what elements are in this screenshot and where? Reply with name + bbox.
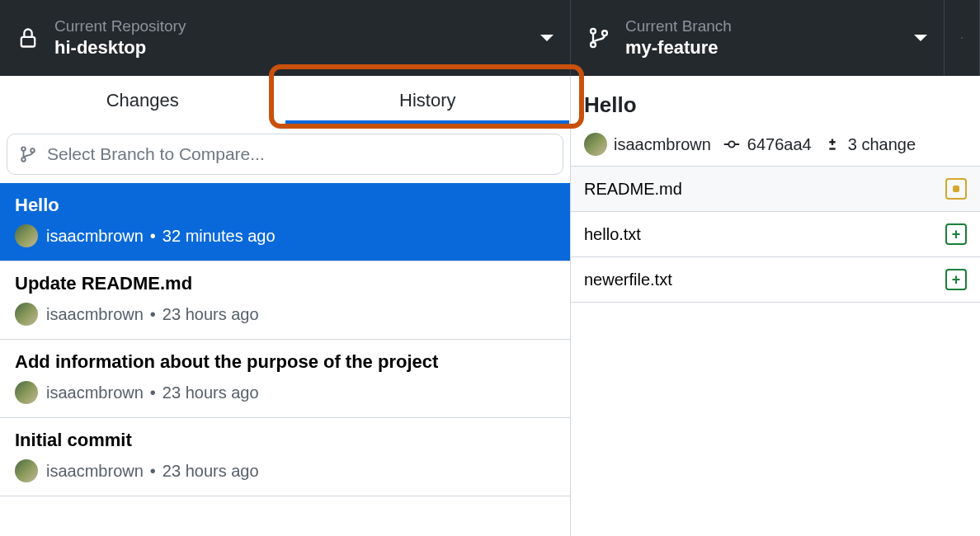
commit-item[interactable]: Update README.md isaacmbrown • 23 hours … xyxy=(0,261,570,340)
left-panel: Changes History Select Branch to Compare… xyxy=(0,76,571,536)
file-list: README.mdhello.txt+newerfile.txt+ xyxy=(571,166,980,303)
caret-down-icon xyxy=(914,35,927,41)
file-row[interactable]: README.md xyxy=(571,166,980,211)
avatar xyxy=(15,303,38,326)
commit-detail-title: Hello xyxy=(584,92,967,118)
commit-time: 23 hours ago xyxy=(163,383,259,402)
detail-sha: 6476aa4 xyxy=(747,135,812,154)
commit-meta: isaacmbrown • 23 hours ago xyxy=(15,381,555,404)
commit-time: 32 minutes ago xyxy=(163,227,276,246)
file-row[interactable]: hello.txt+ xyxy=(571,211,980,256)
file-name: README.md xyxy=(584,180,682,199)
commit-title: Initial commit xyxy=(15,430,555,451)
commit-author: isaacmbrown xyxy=(46,227,144,246)
commit-author: isaacmbrown xyxy=(46,383,144,402)
commit-icon xyxy=(723,135,741,153)
repo-label: Current Repository xyxy=(54,17,532,35)
repo-selector[interactable]: Current Repository hi-desktop xyxy=(0,0,571,76)
file-name: hello.txt xyxy=(584,225,641,244)
commit-author: isaacmbrown xyxy=(46,305,144,324)
author-group: isaacmbrown xyxy=(584,133,711,156)
svg-point-2 xyxy=(591,42,596,47)
git-branch-icon xyxy=(19,145,37,163)
compare-placeholder: Select Branch to Compare... xyxy=(47,144,265,164)
commit-title: Hello xyxy=(15,195,555,216)
separator: • xyxy=(150,462,156,481)
branch-selector[interactable]: Current Branch my-feature xyxy=(571,0,945,76)
detail-changes: 3 change xyxy=(848,135,916,154)
commit-meta: isaacmbrown • 23 hours ago xyxy=(15,303,555,326)
svg-point-6 xyxy=(31,148,35,153)
svg-point-1 xyxy=(591,29,596,34)
file-row[interactable]: newerfile.txt+ xyxy=(571,256,980,303)
svg-rect-0 xyxy=(21,37,35,47)
commit-time: 23 hours ago xyxy=(163,462,259,481)
refresh-button[interactable] xyxy=(945,0,980,76)
avatar xyxy=(584,133,607,156)
branch-label: Current Branch xyxy=(625,17,906,35)
status-modified-icon xyxy=(945,178,967,200)
avatar xyxy=(15,224,38,247)
svg-point-3 xyxy=(602,31,607,35)
detail-author: isaacmbrown xyxy=(614,135,711,154)
separator: • xyxy=(150,383,156,402)
commit-list: Hello isaacmbrown • 32 minutes ago Updat… xyxy=(0,183,570,496)
repo-value: hi-desktop xyxy=(54,37,532,59)
tab-history[interactable]: History xyxy=(285,76,571,125)
commit-title: Add information about the purpose of the… xyxy=(15,351,555,373)
commit-item[interactable]: Initial commit isaacmbrown • 23 hours ag… xyxy=(0,418,570,496)
sha-group: 6476aa4 xyxy=(723,135,812,154)
branch-compare-selector[interactable]: Select Branch to Compare... xyxy=(7,134,563,175)
branch-value: my-feature xyxy=(625,37,906,59)
status-added-icon: + xyxy=(945,223,967,245)
commit-detail-header: Hello isaacmbrown 6476aa4 3 change xyxy=(571,76,980,166)
refresh-icon xyxy=(961,26,963,49)
commit-item[interactable]: Add information about the purpose of the… xyxy=(0,340,570,418)
file-name: newerfile.txt xyxy=(584,270,672,289)
main-content: Changes History Select Branch to Compare… xyxy=(0,76,980,536)
commit-title: Update README.md xyxy=(15,273,555,294)
avatar xyxy=(15,459,38,482)
separator: • xyxy=(150,305,156,324)
svg-point-7 xyxy=(728,141,734,147)
commit-time: 23 hours ago xyxy=(163,305,259,324)
changes-group: 3 change xyxy=(823,135,916,154)
commit-meta: isaacmbrown • 32 minutes ago xyxy=(15,224,555,247)
right-panel: Hello isaacmbrown 6476aa4 3 change READM… xyxy=(571,76,980,536)
git-branch-icon xyxy=(587,26,610,49)
repo-text: Current Repository hi-desktop xyxy=(54,17,532,59)
svg-point-4 xyxy=(21,147,26,151)
status-added-icon: + xyxy=(945,269,967,290)
separator: • xyxy=(150,227,156,246)
compare-wrap: Select Branch to Compare... xyxy=(0,125,570,183)
diff-icon xyxy=(823,135,841,153)
commit-author: isaacmbrown xyxy=(46,462,144,481)
avatar xyxy=(15,381,38,404)
branch-text: Current Branch my-feature xyxy=(625,17,906,59)
commit-meta: isaacmbrown • 23 hours ago xyxy=(15,459,555,482)
tab-changes[interactable]: Changes xyxy=(0,76,285,125)
tabs: Changes History xyxy=(0,76,570,125)
svg-point-5 xyxy=(21,158,26,162)
tab-active-indicator xyxy=(285,120,569,125)
lock-icon xyxy=(16,26,40,49)
caret-down-icon xyxy=(540,35,554,41)
commit-item[interactable]: Hello isaacmbrown • 32 minutes ago xyxy=(0,183,570,261)
commit-detail-meta: isaacmbrown 6476aa4 3 change xyxy=(584,133,967,156)
app-header: Current Repository hi-desktop Current Br… xyxy=(0,0,980,76)
